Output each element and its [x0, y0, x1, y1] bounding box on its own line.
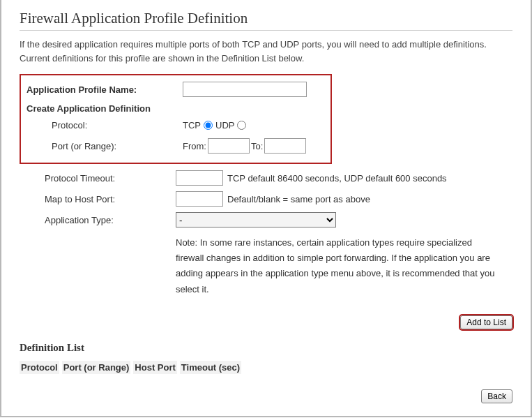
col-protocol: Protocol: [20, 361, 59, 374]
port-to-label: To:: [251, 141, 263, 151]
definition-table-header: Protocol Port (or Range) Host Port Timeo…: [20, 361, 512, 374]
protocol-timeout-input[interactable]: [176, 170, 223, 186]
host-port-label: Map to Host Port:: [20, 194, 176, 204]
protocol-tcp-radio[interactable]: [204, 121, 213, 130]
port-from-input[interactable]: [208, 138, 250, 154]
highlight-region: Application Profile Name: Create Applica…: [20, 74, 332, 164]
protocol-timeout-label: Protocol Timeout:: [20, 173, 176, 184]
protocol-udp-label: UDP: [215, 120, 234, 130]
port-from-label: From:: [183, 141, 206, 151]
col-hostport: Host Port: [133, 361, 177, 374]
protocol-udp-radio[interactable]: [237, 121, 246, 130]
port-range-label: Port (or Range):: [26, 141, 183, 151]
host-port-input[interactable]: [176, 191, 223, 207]
create-definition-heading: Create Application Definition: [26, 103, 325, 114]
protocol-timeout-hint: TCP default 86400 seconds, UDP default 6…: [227, 173, 447, 184]
protocol-label: Protocol:: [26, 120, 183, 130]
col-port: Port (or Range): [62, 361, 131, 374]
intro-text: If the desired application requires mult…: [20, 38, 512, 66]
col-timeout: Timeout (sec): [180, 361, 241, 374]
profile-name-label: Application Profile Name:: [26, 84, 183, 95]
profile-form: Application Profile Name: Create Applica…: [20, 74, 512, 403]
application-type-note: Note: In some rare instances, certain ap…: [176, 235, 496, 297]
host-port-hint: Default/blank = same port as above: [227, 194, 370, 204]
definition-list-heading: Definition List: [20, 342, 512, 354]
add-to-list-button[interactable]: Add to List: [460, 315, 512, 329]
back-button[interactable]: Back: [481, 389, 512, 403]
port-to-input[interactable]: [264, 138, 306, 154]
title-divider: [20, 30, 512, 31]
application-type-label: Application Type:: [20, 215, 176, 225]
profile-name-input[interactable]: [183, 82, 307, 97]
protocol-tcp-label: TCP: [183, 120, 201, 130]
page-title: Firewall Application Profile Definition: [20, 10, 512, 27]
application-type-select[interactable]: -: [176, 212, 336, 227]
